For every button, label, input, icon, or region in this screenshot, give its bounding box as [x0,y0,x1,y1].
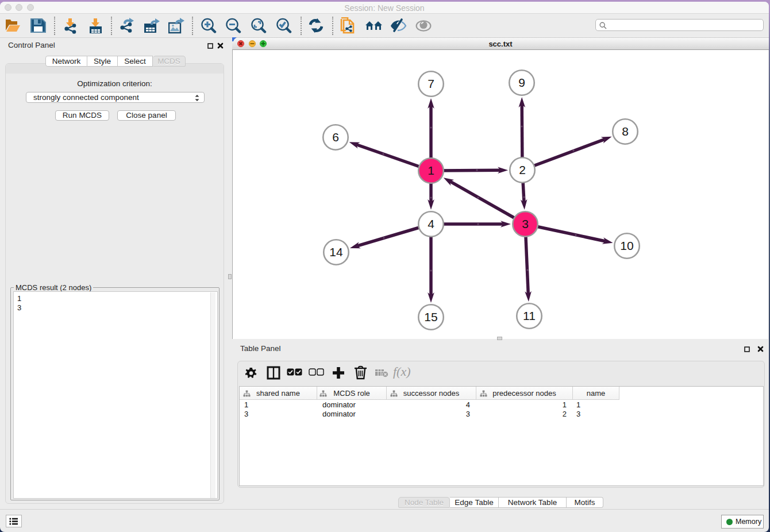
svg-text:1: 1 [428,164,434,177]
svg-text:4: 4 [428,217,434,230]
svg-text:3: 3 [522,217,529,230]
svg-text:15: 15 [424,310,437,323]
svg-text:2: 2 [519,163,526,176]
svg-text:9: 9 [518,76,525,89]
svg-text:7: 7 [428,77,434,90]
svg-text:6: 6 [332,130,339,144]
svg-text:11: 11 [523,309,536,322]
svg-text:10: 10 [620,239,633,252]
svg-text:14: 14 [329,245,343,259]
svg-text:8: 8 [622,125,629,138]
